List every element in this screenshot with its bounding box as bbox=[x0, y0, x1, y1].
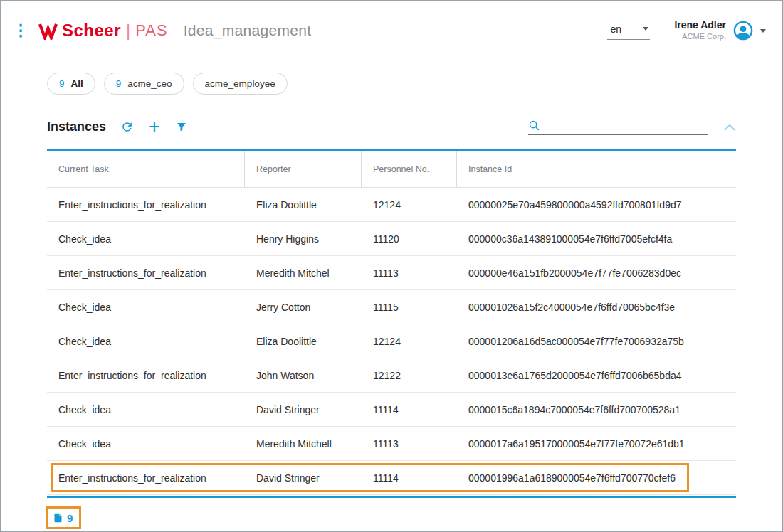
add-instance-button[interactable]: + bbox=[149, 117, 160, 137]
cell-reporter: David Stringer bbox=[245, 472, 362, 484]
refresh-icon bbox=[120, 120, 134, 134]
record-count-button[interactable]: 9 bbox=[46, 506, 81, 529]
cell-personnel-no: 11114 bbox=[362, 404, 457, 415]
toolbar-icons: + bbox=[120, 117, 188, 137]
table-row[interactable]: Check_idea David Stringer 11114 0000015c… bbox=[47, 393, 736, 427]
brand-product: PAS bbox=[135, 21, 167, 40]
column-header-current-task: Current Task bbox=[47, 151, 245, 187]
cell-reporter: Jerry Cotton bbox=[245, 302, 362, 313]
chevron-up-icon bbox=[723, 123, 736, 132]
cell-instance-id: 000000c36a143891000054e7f6ffd7005efcf4fa bbox=[457, 233, 736, 245]
table-row[interactable]: Enter_instructions_for_realization David… bbox=[47, 461, 736, 495]
record-count: 9 bbox=[67, 512, 73, 524]
header-right: en Irene Adler ACME Corp. bbox=[607, 19, 766, 42]
table-row[interactable]: Check_idea Eliza Doolittle 12124 0000012… bbox=[47, 324, 736, 358]
instances-toolbar: Instances + bbox=[47, 117, 736, 137]
cell-instance-id: 0000015c6a1894c7000054e7f6ffd700700528a1 bbox=[457, 404, 736, 415]
table-end-line bbox=[47, 496, 736, 498]
scheer-logo-icon bbox=[38, 22, 58, 40]
cell-reporter: John Watson bbox=[245, 370, 362, 381]
avatar-icon bbox=[732, 19, 755, 42]
column-header-instance-id: Instance Id bbox=[457, 151, 736, 187]
cell-current-task: Enter_instructions_for_realization bbox=[47, 199, 245, 211]
cell-current-task: Enter_instructions_for_realization bbox=[47, 267, 245, 279]
window-tab bbox=[26, 1, 178, 4]
cell-instance-id: 0000013e6a1765d2000054e7f6ffd7006b65bda4 bbox=[457, 370, 736, 381]
cell-personnel-no: 12122 bbox=[362, 370, 457, 381]
language-value: en bbox=[610, 23, 621, 35]
chip-label: acme_ceo bbox=[127, 78, 172, 89]
cell-reporter: Eliza Doolittle bbox=[245, 199, 362, 211]
brand-name: Scheer bbox=[62, 21, 121, 41]
cell-reporter: Henry Higgins bbox=[245, 233, 362, 245]
cell-current-task: Check_idea bbox=[47, 404, 245, 415]
chip-count: 9 bbox=[59, 78, 65, 89]
cell-current-task: Check_idea bbox=[47, 438, 245, 449]
cell-personnel-no: 11113 bbox=[362, 267, 457, 279]
chevron-down-icon bbox=[643, 27, 648, 31]
kebab-menu-icon[interactable]: ⋮ bbox=[13, 23, 28, 38]
user-name: Irene Adler bbox=[674, 19, 726, 32]
section-title: Instances bbox=[47, 119, 106, 134]
filter-chips: 9 All 9 acme_ceo acme_employee bbox=[47, 73, 782, 95]
chip-all[interactable]: 9 All bbox=[47, 73, 95, 95]
chevron-down-icon bbox=[760, 29, 766, 33]
chip-label: All bbox=[71, 78, 83, 89]
search-input[interactable] bbox=[545, 119, 708, 131]
instances-table: Current Task Reporter Personnel No. Inst… bbox=[47, 149, 736, 495]
user-org: ACME Corp. bbox=[674, 32, 726, 42]
table-footer: 9 bbox=[46, 506, 782, 529]
table-row[interactable]: Check_idea Henry Higgins 11120 000000c36… bbox=[47, 222, 736, 256]
search-icon bbox=[528, 119, 540, 132]
cell-personnel-no: 12124 bbox=[362, 199, 457, 211]
cell-personnel-no: 11120 bbox=[362, 233, 457, 245]
app-header: ⋮ Scheer | PAS Idea_management en Irene … bbox=[1, 1, 782, 47]
app-window: ⋮ Scheer | PAS Idea_management en Irene … bbox=[0, 0, 783, 532]
cell-personnel-no: 11113 bbox=[362, 438, 457, 449]
chip-count: 9 bbox=[116, 78, 122, 89]
table-row[interactable]: Enter_instructions_for_realization Eliza… bbox=[47, 188, 736, 222]
user-info: Irene Adler ACME Corp. bbox=[674, 19, 726, 41]
cell-current-task: Check_idea bbox=[47, 336, 245, 347]
brand-divider: | bbox=[126, 21, 130, 41]
table-row[interactable]: Enter_instructions_for_realization John … bbox=[47, 358, 736, 393]
brand-logo: Scheer | PAS bbox=[38, 21, 168, 41]
refresh-button[interactable] bbox=[120, 120, 134, 134]
chip-label: acme_employee bbox=[205, 78, 275, 89]
cell-personnel-no: 11114 bbox=[362, 472, 457, 484]
column-header-reporter: Reporter bbox=[245, 151, 362, 187]
table-row[interactable]: Check_idea Meredith Mitchell 11113 00000… bbox=[47, 427, 736, 461]
cell-instance-id: 000001026a15f2c4000054e7f6ffd70065bc4f3e bbox=[457, 302, 736, 313]
cell-reporter: Meredith Mitchel bbox=[245, 267, 362, 279]
cell-personnel-no: 11115 bbox=[362, 302, 457, 313]
cell-reporter: David Stringer bbox=[245, 404, 362, 415]
cell-current-task: Enter_instructions_for_realization bbox=[47, 370, 245, 381]
collapse-panel-button[interactable] bbox=[723, 123, 736, 132]
cell-instance-id: 00000025e70a459800000a4592ffd700801fd9d7 bbox=[457, 199, 736, 211]
table-header-row: Current Task Reporter Personnel No. Inst… bbox=[47, 151, 736, 188]
cell-reporter: Eliza Doolittle bbox=[245, 336, 362, 347]
filter-icon bbox=[175, 121, 188, 134]
table-row[interactable]: Enter_instructions_for_realization Mered… bbox=[47, 256, 736, 290]
cell-instance-id: 000001996a1a6189000054e7f6ffd700770cfef6 bbox=[457, 472, 736, 484]
cell-personnel-no: 12124 bbox=[362, 336, 457, 347]
page-title: Idea_management bbox=[184, 22, 312, 39]
user-menu[interactable]: Irene Adler ACME Corp. bbox=[674, 19, 766, 42]
cell-current-task: Check_idea bbox=[47, 302, 245, 313]
cell-instance-id: 000000e46a151fb2000054e7f77fe7006283d0ec bbox=[457, 267, 736, 279]
chip-acme-ceo[interactable]: 9 acme_ceo bbox=[104, 73, 184, 95]
chip-acme-employee[interactable]: acme_employee bbox=[193, 73, 288, 95]
document-icon bbox=[53, 511, 63, 524]
cell-reporter: Meredith Mitchell bbox=[245, 438, 362, 449]
search-box bbox=[528, 119, 708, 135]
filter-button[interactable] bbox=[175, 121, 188, 134]
column-header-personnel-no: Personnel No. bbox=[362, 151, 457, 187]
cell-current-task: Enter_instructions_for_realization bbox=[47, 472, 245, 484]
cell-instance-id: 0000017a6a195170000054e7f77fe70072e61db1 bbox=[457, 438, 736, 449]
language-select[interactable]: en bbox=[607, 22, 650, 40]
cell-instance-id: 000001206a16d5ac000054e7f77fe7006932a75b bbox=[457, 336, 736, 347]
cell-current-task: Check_idea bbox=[47, 233, 245, 245]
table-row[interactable]: Check_idea Jerry Cotton 11115 000001026a… bbox=[47, 290, 736, 324]
table-body: Enter_instructions_for_realization Eliza… bbox=[47, 188, 736, 495]
